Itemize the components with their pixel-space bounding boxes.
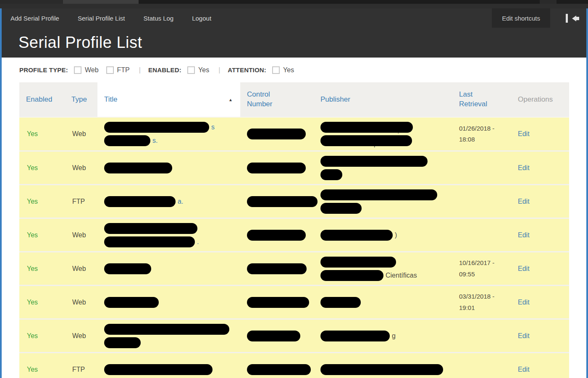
redacted-tail-text: s bbox=[211, 123, 215, 131]
filter-label: PROFILE TYPE: bbox=[19, 66, 68, 74]
redacted-line bbox=[247, 129, 314, 139]
page-frame: Add Serial ProfileSerial Profile ListSta… bbox=[0, 8, 588, 378]
nav-item-logout[interactable]: Logout bbox=[192, 15, 211, 22]
cell-enabled: Yes bbox=[19, 164, 65, 172]
cell-publisher bbox=[314, 154, 452, 182]
redacted-line bbox=[247, 364, 314, 375]
redacted-line bbox=[320, 189, 452, 200]
sort-link-title[interactable]: Title bbox=[104, 95, 118, 104]
table-row: YesWeb03/31/2018 - 19:01Edit bbox=[19, 285, 569, 318]
column-header-publisher: Publisher bbox=[314, 82, 452, 117]
cell-enabled: Yes bbox=[19, 299, 65, 306]
control-number-redacted bbox=[247, 329, 314, 343]
redacted-line[interactable]: s bbox=[104, 122, 240, 133]
cell-title bbox=[97, 362, 240, 377]
edit-link[interactable]: Edit bbox=[518, 164, 530, 171]
filter-option-ftp: FTP bbox=[106, 66, 130, 74]
filter-bar: PROFILE TYPE:WebFTP|ENABLED:Yes|ATTENTIO… bbox=[2, 58, 586, 82]
redacted-line bbox=[247, 230, 314, 241]
title-link-redacted: ss. bbox=[104, 120, 240, 148]
redacted-line[interactable]: s. bbox=[104, 135, 240, 146]
cell-type: Web bbox=[65, 332, 97, 340]
redacted-line[interactable]: a. bbox=[104, 196, 240, 207]
edit-shortcuts-button[interactable]: Edit shortcuts bbox=[492, 8, 550, 28]
edit-link[interactable]: Edit bbox=[518, 265, 530, 272]
cell-type: Web bbox=[65, 164, 97, 172]
cell-publisher bbox=[314, 362, 452, 377]
edit-link[interactable]: Edit bbox=[518, 332, 530, 339]
edit-link[interactable]: Edit bbox=[518, 198, 530, 205]
checkbox-yes[interactable] bbox=[272, 66, 280, 74]
redacted-line[interactable] bbox=[104, 324, 240, 335]
checkbox-yes[interactable] bbox=[187, 66, 195, 74]
nav-item-status-log[interactable]: Status Log bbox=[143, 15, 173, 22]
cell-title: . bbox=[97, 221, 240, 249]
redacted-line: Científicas bbox=[320, 270, 452, 281]
cell-operations: Edit bbox=[511, 332, 569, 340]
publisher-redacted bbox=[320, 362, 452, 377]
redacted-line bbox=[320, 203, 452, 214]
redacted-line[interactable] bbox=[104, 364, 240, 375]
cell-publisher: Servicio de Publicaciones,Universidad Co… bbox=[314, 120, 452, 148]
admin-header: Add Serial ProfileSerial Profile ListSta… bbox=[2, 8, 586, 58]
redacted-line[interactable] bbox=[104, 337, 240, 348]
sort-link-last-retrieval[interactable]: Last Retrieval bbox=[459, 90, 493, 109]
sort-link-enabled[interactable]: Enabled bbox=[26, 95, 52, 104]
publisher-redacted: Servicio de Publicaciones,Universidad Co… bbox=[320, 120, 452, 148]
redaction-bar bbox=[320, 156, 428, 167]
column-header-title: Title▲ bbox=[97, 82, 240, 117]
cell-publisher: Científicas bbox=[314, 255, 452, 283]
redaction-bar bbox=[320, 364, 443, 375]
cell-type: Web bbox=[65, 265, 97, 273]
toolbar-active-tab-segment bbox=[63, 0, 139, 4]
control-number-redacted bbox=[247, 362, 314, 377]
redacted-tail-text: ) bbox=[395, 231, 397, 239]
redaction-bar bbox=[247, 297, 309, 308]
serial-profile-table: EnabledTypeTitle▲Control NumberPublisher… bbox=[19, 82, 569, 378]
cell-type: FTP bbox=[65, 198, 97, 205]
redacted-line[interactable] bbox=[104, 223, 240, 234]
table-row: YesWebgEdit bbox=[19, 318, 569, 352]
column-header-last-retrieval: Last Retrieval bbox=[452, 82, 511, 117]
redaction-bar bbox=[320, 169, 342, 180]
sort-link-type[interactable]: Type bbox=[71, 95, 87, 104]
checkbox-ftp[interactable] bbox=[106, 66, 114, 74]
page-title: Serial Profile List bbox=[2, 28, 586, 52]
edit-link[interactable]: Edit bbox=[518, 130, 530, 137]
redacted-line[interactable] bbox=[104, 297, 240, 308]
cell-type: Web bbox=[65, 299, 97, 306]
control-number-redacted bbox=[247, 127, 314, 141]
redaction-bar bbox=[247, 331, 300, 341]
cell-operations: Edit bbox=[511, 231, 569, 239]
redacted-line[interactable]: . bbox=[104, 236, 240, 247]
redacted-line[interactable] bbox=[104, 163, 240, 173]
nav-item-add-serial-profile[interactable]: Add Serial Profile bbox=[10, 15, 59, 22]
redacted-line bbox=[320, 169, 452, 180]
redacted-line[interactable] bbox=[104, 263, 240, 274]
redacted-tail-text: g bbox=[392, 332, 396, 340]
redaction-bar bbox=[320, 122, 413, 133]
checkbox-label: Yes bbox=[283, 66, 294, 74]
table-header-row: EnabledTypeTitle▲Control NumberPublisher… bbox=[19, 82, 569, 117]
control-number-redacted bbox=[247, 194, 314, 209]
cell-title bbox=[97, 295, 240, 310]
nav-item-serial-profile-list[interactable]: Serial Profile List bbox=[78, 15, 125, 22]
table-row: YesFTPEdit bbox=[19, 352, 569, 378]
sort-link-control-number[interactable]: Control Number bbox=[247, 90, 281, 109]
edit-link[interactable]: Edit bbox=[518, 366, 530, 373]
title-link-redacted: a. bbox=[104, 194, 240, 209]
toolbar-collapse-icon[interactable] bbox=[566, 14, 579, 23]
cell-operations: Edit bbox=[511, 366, 569, 373]
redacted-line bbox=[247, 196, 314, 207]
edit-link[interactable]: Edit bbox=[518, 299, 530, 306]
toolbar-segment bbox=[139, 0, 540, 4]
cell-publisher: g bbox=[314, 329, 452, 343]
title-link-redacted bbox=[104, 322, 240, 350]
redacted-line bbox=[320, 364, 452, 375]
redacted-tail-text: s. bbox=[152, 137, 158, 144]
edit-link[interactable]: Edit bbox=[518, 231, 530, 239]
sort-link-publisher[interactable]: Publisher bbox=[320, 95, 350, 104]
cell-control-number bbox=[240, 228, 314, 242]
cell-operations: Edit bbox=[511, 164, 569, 172]
checkbox-web[interactable] bbox=[74, 66, 81, 74]
